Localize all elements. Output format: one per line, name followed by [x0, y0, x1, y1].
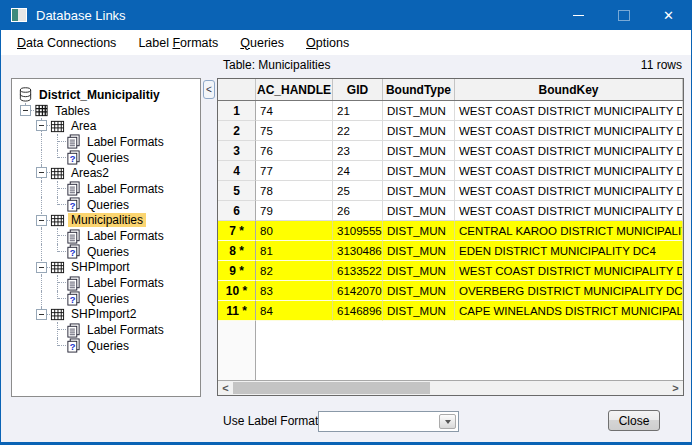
- tree-node-label[interactable]: Areas2: [68, 166, 112, 180]
- cell-boundkey[interactable]: EDEN DISTRICT MUNICIPALITY DC4: [455, 241, 683, 261]
- cell-boundkey[interactable]: CAPE WINELANDS DISTRICT MUNICIPALITY D: [455, 301, 683, 321]
- cell-gid[interactable]: 6133522: [333, 261, 383, 281]
- table-row[interactable]: 7 *803109555DIST_MUNCENTRAL KAROO DISTRI…: [218, 221, 683, 241]
- cell-boundkey[interactable]: WEST COAST DISTRICT MUNICIPALITY DC1: [455, 121, 683, 141]
- column-header-rownum[interactable]: [218, 79, 256, 100]
- tree-node-label[interactable]: Area: [68, 119, 99, 133]
- tree-node-queries[interactable]: ?Queries: [12, 291, 200, 307]
- column-header-boundtype[interactable]: BoundType: [383, 79, 455, 100]
- tree-node-label[interactable]: SHPImport: [68, 260, 133, 274]
- close-button[interactable]: Close: [608, 410, 660, 431]
- cell-boundkey[interactable]: WEST COAST DISTRICT MUNICIPALITY DC1: [455, 201, 683, 221]
- cell-boundkey[interactable]: WEST COAST DISTRICT MUNICIPALITY DC1: [455, 181, 683, 201]
- cell-gid[interactable]: 22: [333, 121, 383, 141]
- row-number-cell[interactable]: 10 *: [218, 281, 256, 301]
- table-row[interactable]: 47724DIST_MUNWEST COAST DISTRICT MUNICIP…: [218, 161, 683, 181]
- tree-node-label[interactable]: SHPImport2: [68, 307, 139, 321]
- cell-gid[interactable]: 25: [333, 181, 383, 201]
- splitter-collapse-button[interactable]: <: [203, 80, 215, 99]
- table-row[interactable]: 10 *836142070DIST_MUNOVERBERG DISTRICT M…: [218, 281, 683, 301]
- cell-ac-handle[interactable]: 83: [256, 281, 333, 301]
- cell-ac-handle[interactable]: 74: [256, 101, 333, 121]
- cell-boundtype[interactable]: DIST_MUN: [383, 141, 455, 161]
- row-number-cell[interactable]: 2: [218, 121, 256, 141]
- tree-node-label-formats[interactable]: Label Formats: [12, 275, 200, 291]
- row-number-cell[interactable]: 5: [218, 181, 256, 201]
- cell-ac-handle[interactable]: 80: [256, 221, 333, 241]
- cell-boundkey[interactable]: CENTRAL KAROO DISTRICT MUNICIPALITY DC: [455, 221, 683, 241]
- column-header-ac-handle[interactable]: AC_HANDLE: [256, 79, 333, 100]
- tree-node-label[interactable]: District_Municipalitiy: [36, 88, 163, 102]
- table-row[interactable]: 67926DIST_MUNWEST COAST DISTRICT MUNICIP…: [218, 201, 683, 221]
- combobox-dropdown-button[interactable]: [439, 414, 456, 429]
- menu-item-queries[interactable]: Queries: [232, 32, 292, 54]
- tree-node-municipalities[interactable]: Municipalities: [12, 213, 200, 229]
- cell-ac-handle[interactable]: 84: [256, 301, 333, 321]
- collapse-minus-icon[interactable]: [36, 309, 47, 320]
- tree-node-label[interactable]: Label Formats: [84, 229, 167, 243]
- cell-boundkey[interactable]: WEST COAST DISTRICT MUNICIPALITY DC1: [455, 161, 683, 181]
- tree-node-label-formats[interactable]: Label Formats: [12, 134, 200, 150]
- table-row[interactable]: 9 *826133522DIST_MUNWEST COAST DISTRICT …: [218, 261, 683, 281]
- tree-node-label[interactable]: Label Formats: [84, 276, 167, 290]
- tree-node-queries[interactable]: ?Queries: [12, 244, 200, 260]
- cell-boundtype[interactable]: DIST_MUN: [383, 221, 455, 241]
- horizontal-scrollbar[interactable]: < >: [218, 380, 683, 395]
- cell-gid[interactable]: 6146896: [333, 301, 383, 321]
- tree-node-label[interactable]: Queries: [84, 245, 132, 259]
- cell-boundtype[interactable]: DIST_MUN: [383, 201, 455, 221]
- tree-node-queries[interactable]: ?Queries: [12, 338, 200, 354]
- menu-item-data-connections[interactable]: Data Connections: [9, 32, 124, 54]
- tree-node-label-formats[interactable]: Label Formats: [12, 181, 200, 197]
- tree-node-label[interactable]: Municipalities: [68, 213, 146, 227]
- minimize-button[interactable]: [556, 0, 601, 30]
- row-number-cell[interactable]: 4: [218, 161, 256, 181]
- tree-node-label[interactable]: Queries: [84, 292, 132, 306]
- cell-ac-handle[interactable]: 76: [256, 141, 333, 161]
- cell-gid[interactable]: 24: [333, 161, 383, 181]
- cell-gid[interactable]: 3130486: [333, 241, 383, 261]
- tree-node-shpimport[interactable]: SHPImport: [12, 260, 200, 276]
- cell-boundkey[interactable]: WEST COAST DISTRICT MUNICIPALITY DC1: [455, 261, 683, 281]
- cell-boundtype[interactable]: DIST_MUN: [383, 121, 455, 141]
- table-row[interactable]: 37623DIST_MUNWEST COAST DISTRICT MUNICIP…: [218, 141, 683, 161]
- cell-boundkey[interactable]: WEST COAST DISTRICT MUNICIPALITY DC1: [455, 141, 683, 161]
- cell-boundtype[interactable]: DIST_MUN: [383, 181, 455, 201]
- column-header-boundkey[interactable]: BoundKey: [455, 79, 683, 100]
- menu-item-label-formats[interactable]: Label Formats: [130, 32, 226, 54]
- close-window-button[interactable]: ✕: [646, 0, 691, 30]
- row-number-cell[interactable]: 8 *: [218, 241, 256, 261]
- cell-ac-handle[interactable]: 82: [256, 261, 333, 281]
- cell-boundtype[interactable]: DIST_MUN: [383, 261, 455, 281]
- cell-boundkey[interactable]: WEST COAST DISTRICT MUNICIPALITY DC1: [455, 101, 683, 121]
- tree-node-label[interactable]: Queries: [84, 339, 132, 353]
- collapse-minus-icon[interactable]: [36, 167, 47, 178]
- cell-ac-handle[interactable]: 78: [256, 181, 333, 201]
- label-format-combobox[interactable]: [318, 411, 459, 432]
- tree-node-queries[interactable]: ?Queries: [12, 197, 200, 213]
- tree-node-district-municipalitiy[interactable]: District_Municipalitiy: [12, 87, 200, 103]
- table-row[interactable]: 8 *813130486DIST_MUNEDEN DISTRICT MUNICI…: [218, 241, 683, 261]
- tree-node-label[interactable]: Label Formats: [84, 135, 167, 149]
- tree-node-queries[interactable]: ?Queries: [12, 150, 200, 166]
- table-row[interactable]: 17421DIST_MUNWEST COAST DISTRICT MUNICIP…: [218, 101, 683, 121]
- cell-boundtype[interactable]: DIST_MUN: [383, 101, 455, 121]
- tree-node-label[interactable]: Queries: [84, 198, 132, 212]
- row-number-cell[interactable]: 3: [218, 141, 256, 161]
- table-row[interactable]: 11 *846146896DIST_MUNCAPE WINELANDS DIST…: [218, 301, 683, 321]
- row-number-cell[interactable]: 9 *: [218, 261, 256, 281]
- tree-node-label[interactable]: Queries: [84, 151, 132, 165]
- tree-node-tables[interactable]: Tables: [12, 103, 200, 119]
- scrollbar-thumb[interactable]: [233, 382, 430, 394]
- cell-ac-handle[interactable]: 75: [256, 121, 333, 141]
- row-number-cell[interactable]: 1: [218, 101, 256, 121]
- cell-ac-handle[interactable]: 77: [256, 161, 333, 181]
- table-row[interactable]: 27522DIST_MUNWEST COAST DISTRICT MUNICIP…: [218, 121, 683, 141]
- cell-ac-handle[interactable]: 81: [256, 241, 333, 261]
- cell-boundtype[interactable]: DIST_MUN: [383, 241, 455, 261]
- tree-node-label[interactable]: Label Formats: [84, 182, 167, 196]
- cell-gid[interactable]: 3109555: [333, 221, 383, 241]
- row-number-cell[interactable]: 11 *: [218, 301, 256, 321]
- tree-node-label-formats[interactable]: Label Formats: [12, 322, 200, 338]
- tree-node-label[interactable]: Label Formats: [84, 323, 167, 337]
